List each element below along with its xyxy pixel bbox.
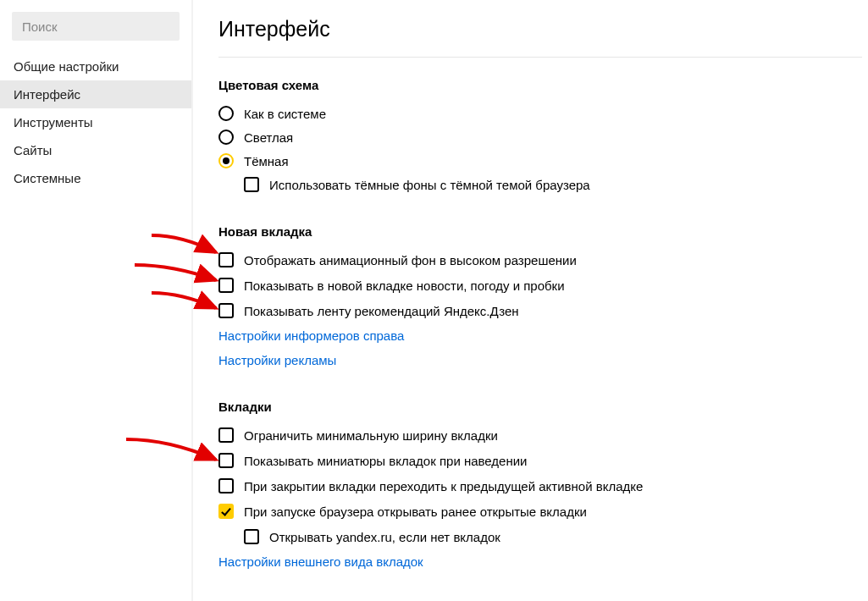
section-tabs: Вкладки Ограничить минимальную ширину вк… (218, 400, 868, 569)
radio-dark[interactable]: Тёмная (218, 153, 868, 168)
checkbox-icon (218, 453, 234, 468)
section-title-tabs: Вкладки (218, 400, 868, 414)
checkbox-icon (244, 529, 259, 544)
checkbox-icon (218, 278, 234, 293)
checkbox-label: Отображать анимационный фон в высоком ра… (244, 253, 577, 267)
radio-label: Светлая (244, 130, 293, 145)
checkbox-label: Показывать ленту рекомендаций Яндекс.Дзе… (244, 304, 519, 318)
sidebar: Поиск Общие настройки Интерфейс Инструме… (0, 0, 193, 601)
radio-label: Как в системе (244, 107, 326, 121)
search-input[interactable]: Поиск (12, 12, 180, 41)
radio-icon (218, 130, 234, 145)
checkbox-news-weather[interactable]: Показывать в новой вкладке новости, пого… (218, 278, 868, 293)
checkbox-open-yandex[interactable]: Открывать yandex.ru, если нет вкладок (244, 529, 868, 544)
checkbox-label: Показывать миниатюры вкладок при наведен… (244, 454, 528, 468)
checkbox-label: Ограничить минимальную ширину вкладки (244, 428, 498, 443)
radio-label: Тёмная (244, 154, 289, 168)
radio-icon (218, 106, 234, 121)
sidebar-item-interface[interactable]: Интерфейс (0, 80, 191, 108)
checkbox-icon (218, 478, 234, 493)
sidebar-item-tools[interactable]: Инструменты (0, 108, 191, 136)
checkbox-label: Использовать тёмные фоны с тёмной темой … (269, 178, 590, 192)
page-title: Интерфейс (218, 17, 868, 41)
section-title-color-scheme: Цветовая схема (218, 78, 868, 92)
main-content: Интерфейс Цветовая схема Как в системе С… (193, 0, 868, 601)
radio-system[interactable]: Как в системе (218, 106, 868, 121)
link-informers-settings[interactable]: Настройки информеров справа (218, 328, 868, 343)
link-tab-appearance[interactable]: Настройки внешнего вида вкладок (218, 554, 868, 569)
radio-icon (218, 153, 234, 168)
checkbox-label: При закрытии вкладки переходить к предыд… (244, 479, 643, 493)
sidebar-item-system[interactable]: Системные (0, 164, 191, 192)
section-color-scheme: Цветовая схема Как в системе Светлая Тём… (218, 78, 868, 192)
checkbox-zen-feed[interactable]: Показывать ленту рекомендаций Яндекс.Дзе… (218, 303, 868, 318)
checkbox-prev-active-tab[interactable]: При закрытии вкладки переходить к предыд… (218, 478, 868, 493)
checkbox-icon (244, 177, 259, 192)
checkbox-restore-tabs[interactable]: При запуске браузера открывать ранее отк… (218, 504, 868, 519)
sidebar-item-general[interactable]: Общие настройки (0, 52, 191, 80)
checkbox-label: Открывать yandex.ru, если нет вкладок (269, 530, 500, 544)
section-new-tab: Новая вкладка Отображать анимационный фо… (218, 224, 868, 367)
section-title-new-tab: Новая вкладка (218, 224, 868, 239)
checkbox-tab-thumbnails[interactable]: Показывать миниатюры вкладок при наведен… (218, 453, 868, 468)
checkbox-label: Показывать в новой вкладке новости, пого… (244, 278, 565, 293)
checkbox-icon (218, 252, 234, 267)
link-ad-settings[interactable]: Настройки рекламы (218, 353, 868, 367)
divider (218, 57, 862, 58)
checkbox-dark-backgrounds[interactable]: Использовать тёмные фоны с тёмной темой … (244, 177, 868, 192)
checkbox-icon (218, 504, 234, 519)
checkbox-icon (218, 427, 234, 443)
sidebar-item-sites[interactable]: Сайты (0, 136, 191, 164)
checkbox-animated-bg[interactable]: Отображать анимационный фон в высоком ра… (218, 252, 868, 267)
checkbox-min-tab-width[interactable]: Ограничить минимальную ширину вкладки (218, 427, 868, 443)
checkbox-label: При запуске браузера открывать ранее отк… (244, 505, 587, 519)
radio-light[interactable]: Светлая (218, 130, 868, 145)
checkbox-icon (218, 303, 234, 318)
